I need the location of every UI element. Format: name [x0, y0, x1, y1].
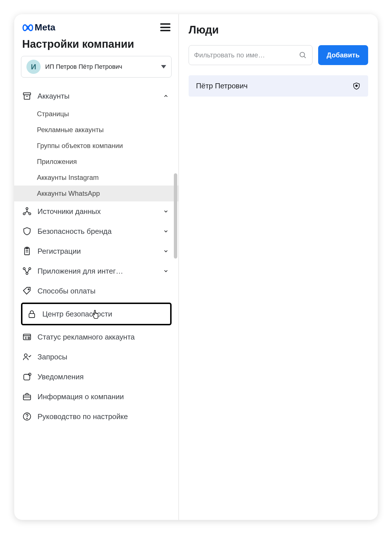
add-person-button[interactable]: Добавить	[318, 45, 368, 65]
sidebar-scrollbar[interactable]	[174, 173, 177, 259]
price-tag-icon	[22, 286, 32, 296]
nav-security-center[interactable]: Центр безопасности	[21, 304, 170, 324]
person-name: Пётр Петрович	[196, 82, 248, 90]
sidebar-nav: Аккаунты Страницы Рекламные аккаунты Гру…	[14, 86, 178, 432]
shield-badge-icon	[352, 82, 361, 90]
account-avatar: И	[26, 60, 41, 74]
archive-box-icon	[22, 91, 32, 101]
nav-company-info[interactable]: Информация о компании	[14, 387, 178, 407]
meta-infinity-icon	[22, 22, 34, 33]
person-row[interactable]: Пётр Петрович	[189, 75, 368, 97]
main-panel: Люди Добавить Пётр Петрович	[179, 14, 378, 520]
svg-rect-16	[23, 395, 31, 400]
nav-data-sources[interactable]: Источники данных	[14, 201, 178, 221]
chevron-down-icon	[163, 228, 169, 234]
nav-registrations[interactable]: Регистрации	[14, 241, 178, 261]
svg-rect-0	[23, 93, 31, 95]
sidebar: Meta Настройки компании И ИП Петров Пётр…	[14, 14, 179, 520]
nav-integrations[interactable]: Приложения для интег…	[14, 261, 178, 281]
nodes-icon	[22, 207, 32, 216]
nav-accounts-instagram[interactable]: Аккаунты Instagram	[14, 170, 178, 186]
svg-rect-10	[29, 314, 35, 318]
svg-rect-11	[23, 334, 31, 340]
chevron-down-icon	[163, 248, 169, 254]
shield-icon	[22, 226, 32, 236]
notification-badge-icon	[22, 372, 32, 382]
account-picker[interactable]: И ИП Петров Пётр Петрович	[21, 56, 172, 78]
svg-point-12	[28, 337, 30, 339]
chevron-down-icon	[163, 268, 169, 274]
window-list-icon	[22, 332, 32, 342]
search-icon	[299, 51, 307, 59]
account-name: ИП Петров Пётр Петрович	[45, 63, 157, 70]
nav-accounts-label: Аккаунты	[37, 92, 157, 101]
people-search[interactable]	[189, 45, 312, 65]
briefcase-icon	[22, 392, 32, 401]
chevron-down-icon	[163, 208, 169, 215]
sidebar-title: Настройки компании	[14, 35, 178, 56]
chevron-up-icon	[163, 93, 169, 99]
svg-point-19	[300, 52, 305, 57]
caret-down-icon	[161, 65, 166, 68]
nav-ad-account-status[interactable]: Статус рекламного аккаунта	[14, 327, 178, 347]
question-circle-icon	[22, 412, 32, 421]
nav-notifications[interactable]: Уведомления	[14, 367, 178, 387]
svg-point-1	[26, 208, 28, 210]
nav-accounts-pages[interactable]: Страницы	[14, 106, 178, 122]
nav-accounts[interactable]: Аккаунты	[14, 86, 178, 106]
people-search-input[interactable]	[194, 51, 295, 59]
hamburger-menu-icon[interactable]	[160, 23, 170, 31]
nav-accounts-apps[interactable]: Приложения	[14, 154, 178, 170]
person-check-icon	[22, 352, 32, 362]
nav-payments[interactable]: Способы оплаты	[14, 281, 178, 301]
svg-point-7	[29, 268, 31, 270]
sidebar-header: Meta	[14, 20, 178, 35]
nodes-alt-icon	[22, 266, 32, 276]
svg-point-20	[356, 85, 357, 86]
nav-setup-guide[interactable]: Руководство по настройке	[14, 407, 178, 426]
app-window: Meta Настройки компании И ИП Петров Пётр…	[14, 14, 378, 520]
svg-point-9	[28, 289, 29, 290]
lock-icon	[27, 309, 37, 319]
meta-logo[interactable]: Meta	[22, 22, 55, 33]
nav-brand-safety[interactable]: Безопасность бренда	[14, 221, 178, 241]
svg-point-6	[23, 268, 25, 270]
people-toolbar: Добавить	[189, 45, 368, 65]
nav-accounts-ads[interactable]: Рекламные аккаунты	[14, 122, 178, 138]
nav-accounts-whatsapp[interactable]: Аккаунты WhatsApp	[14, 186, 178, 201]
clipboard-icon	[22, 246, 32, 256]
nav-accounts-groups[interactable]: Группы объектов компании	[14, 138, 178, 154]
main-title: Люди	[189, 24, 368, 36]
svg-point-18	[27, 418, 27, 419]
highlight-security-center: Центр безопасности	[21, 303, 172, 325]
svg-point-13	[24, 354, 27, 357]
brand-text: Meta	[35, 22, 55, 33]
nav-requests[interactable]: Запросы	[14, 347, 178, 367]
